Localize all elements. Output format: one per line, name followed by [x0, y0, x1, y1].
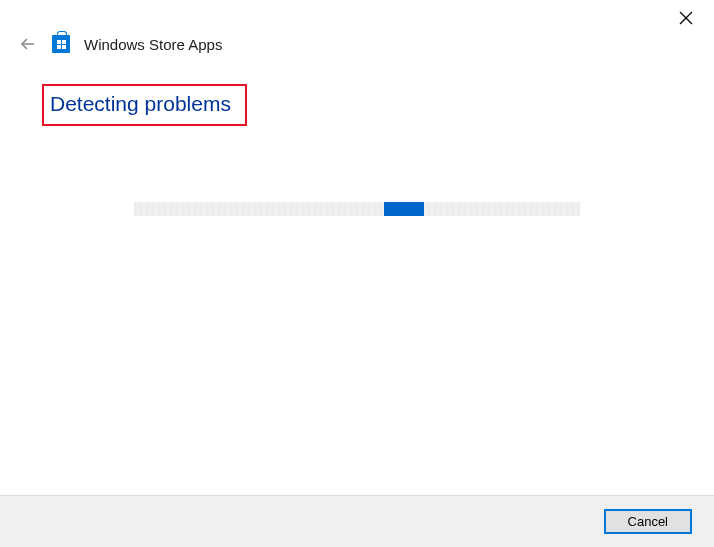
highlight-annotation: Detecting problems — [42, 84, 247, 126]
back-arrow-icon — [20, 36, 36, 52]
header: Windows Store Apps — [0, 34, 714, 54]
cancel-button[interactable]: Cancel — [604, 509, 692, 534]
window-title: Windows Store Apps — [84, 36, 222, 53]
close-icon — [679, 11, 693, 25]
back-button[interactable] — [18, 34, 38, 54]
content-area: Detecting problems — [0, 54, 714, 495]
status-heading: Detecting problems — [50, 92, 231, 116]
troubleshooter-window: Windows Store Apps Detecting problems Ca… — [0, 0, 714, 547]
progress-bar — [134, 202, 580, 216]
titlebar — [0, 0, 714, 38]
windows-store-icon — [52, 35, 70, 53]
close-button[interactable] — [676, 8, 696, 28]
footer: Cancel — [0, 495, 714, 547]
progress-indicator — [384, 202, 424, 216]
progress-container — [48, 202, 666, 216]
